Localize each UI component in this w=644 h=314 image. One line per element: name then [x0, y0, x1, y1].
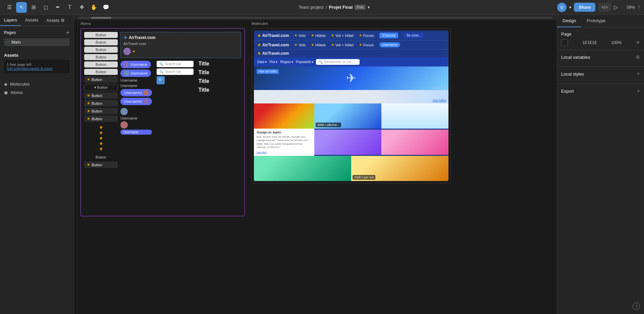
avatar: U	[557, 3, 567, 12]
nav-link-hotels-2[interactable]: ★ Hôtels	[311, 43, 326, 47]
atom-button-plain-1[interactable]: Button	[84, 154, 118, 160]
page-item-main[interactable]: ✓ Main	[4, 38, 69, 46]
atoms-right-section: ✈ AirTravel.com AirTravel.com ★	[120, 32, 241, 213]
nav-bar-1: ★ AirTravel.com ★ Vols ★	[254, 31, 448, 40]
hand-tool[interactable]: ✋	[89, 2, 99, 13]
search-button-icon[interactable]: 🔍	[157, 76, 165, 84]
molecules-icon: ◈	[4, 82, 7, 87]
nav-bar-3: ★ AirTravel.com	[254, 49, 448, 57]
atom-button-4[interactable]: Button	[84, 54, 118, 60]
project-name: Projet Final	[329, 5, 353, 10]
sidebar-item-atoms[interactable]: ◉ Atoms	[0, 88, 73, 97]
sidebar-item-molecules[interactable]: ◈ Molecules	[0, 80, 73, 88]
filter-prix[interactable]: Prix ▾	[269, 60, 277, 64]
username-tag-3[interactable]: Username(	[120, 89, 152, 96]
search-bar-2[interactable]: 🔍 Search bar	[157, 69, 194, 75]
chevron-down-icon-prix: ▾	[276, 60, 277, 64]
username-tag-2[interactable]: Username	[120, 70, 151, 77]
chevron-down-icon-date: ▾	[265, 60, 267, 64]
nav-link-hotels-1[interactable]: ★ Hôtels	[311, 33, 326, 38]
atom-button-1[interactable]: Button	[84, 32, 118, 38]
tab-assets-2[interactable]: Assets ⚙	[42, 15, 69, 26]
nav-link-forum-1[interactable]: ★ Forum	[359, 33, 374, 38]
share-button[interactable]: Share	[574, 3, 595, 12]
atom-button-6[interactable]: Button	[84, 69, 118, 75]
help-button[interactable]: ?	[633, 303, 640, 310]
filter-popularite[interactable]: Popularité ▾	[296, 60, 313, 64]
tab-assets-1[interactable]: Assets	[21, 15, 42, 26]
nav-link-vols-2[interactable]: ★ Vols	[294, 43, 306, 47]
local-styles-section: Local styles +	[557, 67, 644, 84]
flight-search-input[interactable]: 🔍 Rechercher un vol	[316, 59, 360, 65]
atom-button-2[interactable]: Button	[84, 39, 118, 45]
username-small-1[interactable]: Username	[120, 130, 152, 135]
zoom-level[interactable]: 39%	[626, 5, 635, 10]
canvas-area[interactable]: Atoms Button Button Button Button Button…	[74, 15, 557, 314]
atom-button-star-3[interactable]: ★Button	[84, 100, 118, 106]
atom-button-5[interactable]: Button	[84, 61, 118, 68]
page-color-swatch[interactable]	[561, 39, 568, 46]
get-unlimited-link[interactable]: Get unlimited pages & more	[7, 66, 52, 71]
page-section-title: Page	[561, 32, 571, 37]
nav-link-volhotel-2[interactable]: ★ Vol + Hôtel	[331, 43, 354, 47]
username-tag-1[interactable]: Username	[120, 61, 151, 68]
left-panel-tabs: Layers Assets Assets ⚙	[0, 15, 73, 26]
search-bar-1[interactable]: 🔍 Search bar	[157, 61, 194, 67]
nav-link-volhotel-1[interactable]: ★ Vol + Hôtel	[331, 33, 354, 38]
atoms-label: Atoms	[80, 21, 245, 26]
project-path: Team project / Projet Final Free ▾	[299, 5, 370, 10]
avatar-icon-6	[120, 108, 128, 115]
tab-prototype[interactable]: Prototype	[581, 15, 611, 27]
avatar-dropdown[interactable]: ▾	[569, 5, 571, 10]
assets-settings-icon[interactable]: ⚙	[61, 18, 65, 23]
local-variables-settings-icon[interactable]: ⚙	[636, 54, 640, 60]
toolbar: ☰ ↖ ⊞ ◻ ✒ T ❖ ✋ 💬 Team project / Projet …	[0, 0, 644, 15]
page-opacity[interactable]: 100%	[611, 40, 622, 45]
hotel-image-1	[254, 156, 351, 181]
help-icon[interactable]: ?	[638, 5, 640, 10]
add-local-style-button[interactable]: +	[637, 71, 640, 77]
tab-design[interactable]: Design	[557, 15, 581, 27]
filter-date[interactable]: Date ▾	[257, 60, 267, 64]
frame-tool[interactable]: ⊞	[28, 2, 39, 13]
star-icon-2: ★	[87, 93, 90, 98]
atom-button-star-2[interactable]: ★Button	[84, 92, 118, 99]
dropdown-icon[interactable]: ▾	[368, 5, 370, 10]
pen-tool[interactable]: ✒	[52, 2, 63, 13]
atom-button-star-6[interactable]: ★Button	[84, 162, 118, 168]
seconn-button[interactable]: Se conn...	[404, 33, 424, 38]
atom-button-star-4[interactable]: ★Button	[84, 108, 118, 114]
visibility-toggle-icon[interactable]: 👁	[636, 40, 640, 45]
nav-bar-2: ★ AirTravel.com ★ Vols ★	[254, 40, 448, 49]
voir-offre-2[interactable]: Voir l'offre	[432, 99, 446, 102]
filter-region[interactable]: Région ▾	[280, 60, 293, 64]
travel-link[interactable]: voir plus	[257, 151, 312, 154]
select-tool[interactable]: ↖	[16, 2, 27, 13]
atom-button-star-1[interactable]: ★Button	[84, 76, 118, 83]
shape-tool[interactable]: ◻	[40, 2, 51, 13]
atom-button-3[interactable]: Button	[84, 47, 118, 53]
atom-button-outline-1[interactable]: ▾ Button	[84, 84, 118, 91]
add-page-button[interactable]: +	[66, 30, 69, 36]
sinscire-button[interactable]: S'inscrire	[379, 33, 398, 38]
menu-icon[interactable]: ☰	[4, 2, 15, 13]
add-export-button[interactable]: +	[637, 88, 640, 94]
tab-layers[interactable]: Layers	[0, 15, 21, 26]
voir-offre-1[interactable]: Voir l'offre	[432, 85, 446, 89]
page-section: Page 1E1E1E 100% 👁	[557, 28, 644, 50]
play-button[interactable]: ▷	[614, 4, 618, 10]
assets-header: Assets	[4, 53, 69, 58]
username-nav[interactable]: Username	[379, 42, 400, 47]
nav-star-1: ★	[257, 33, 261, 38]
component-tool[interactable]: ❖	[76, 2, 87, 13]
nav-link-vols-1[interactable]: ★ Vols	[294, 33, 306, 38]
text-tool[interactable]: T	[64, 2, 75, 13]
export-title: Export	[561, 89, 574, 94]
page-color-hex[interactable]: 1E1E1E	[582, 40, 597, 45]
local-variables-section: Local variables ⚙	[557, 50, 644, 67]
nav-link-forum-2[interactable]: ★ Forum	[359, 43, 374, 47]
atom-button-star-5[interactable]: ★Button	[84, 116, 118, 122]
code-button[interactable]: </>	[598, 3, 611, 12]
username-tag-4[interactable]: Username(	[120, 98, 152, 105]
comment-tool[interactable]: 💬	[101, 2, 111, 13]
